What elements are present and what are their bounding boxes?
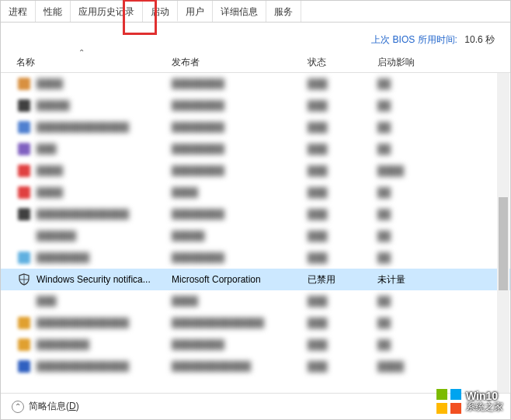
row-status: ███ (308, 231, 377, 241)
row-publisher: ████████ (172, 339, 308, 350)
app-icon (18, 295, 30, 307)
table-row[interactable]: ████████████ (1, 290, 510, 312)
row-status: ███ (308, 100, 377, 111)
row-publisher: Microsoft Corporation (172, 274, 308, 285)
table-row[interactable]: ███████████████████████████ (1, 116, 510, 138)
row-name: ██████████████ (36, 122, 172, 133)
row-name: ████████ (36, 339, 172, 350)
row-publisher: ████████ (172, 252, 308, 263)
app-icon (18, 143, 30, 155)
shield-icon (18, 273, 30, 286)
row-impact: ██ (377, 339, 455, 350)
app-icon (18, 338, 30, 351)
table-row[interactable]: █████████████████ (1, 73, 510, 95)
row-name: ███ (36, 144, 172, 154)
startup-list: ████████████████████████████████████████… (1, 73, 510, 393)
table-row[interactable]: █████████████████████████████████ (1, 312, 510, 334)
header-status[interactable]: 状态 (308, 56, 377, 69)
row-impact: ██ (377, 100, 455, 111)
win10-logo-icon (436, 389, 461, 414)
table-row[interactable]: ████████████████ (1, 138, 510, 160)
tab-details[interactable]: 详细信息 (213, 1, 266, 22)
row-status: ███ (308, 318, 377, 328)
row-publisher: █████ (172, 231, 308, 241)
bios-value: 10.6 秒 (464, 34, 495, 45)
footer-bar: ⌃ 简略信息(D) (1, 393, 510, 419)
bios-label: 上次 BIOS 所用时间: (371, 34, 457, 45)
table-row[interactable]: ████████████████ (1, 225, 510, 247)
header-impact[interactable]: 启动影响 (377, 56, 455, 69)
row-status: ███ (308, 339, 377, 350)
less-details-link[interactable]: 简略信息(D) (29, 400, 79, 413)
row-status: ███ (308, 78, 377, 89)
row-impact: ████ (377, 361, 455, 372)
app-icon (18, 165, 30, 177)
row-publisher: ████████ (172, 122, 308, 133)
table-row[interactable]: ███████████████████████████ (1, 203, 510, 225)
row-impact: ██ (377, 78, 455, 89)
row-impact: ██ (377, 144, 455, 154)
row-impact: ██ (377, 318, 455, 328)
row-status: ███ (308, 296, 377, 307)
table-row[interactable]: ██████████████████ (1, 95, 510, 116)
app-icon (18, 252, 30, 264)
table-row[interactable]: █████████████████████ (1, 247, 510, 269)
tab-app-history[interactable]: 应用历史记录 (71, 1, 143, 22)
row-name: ████████ (36, 252, 172, 263)
app-icon (18, 208, 30, 220)
table-row[interactable]: █████████████████████████████████ (1, 356, 510, 377)
vertical-scrollbar[interactable] (497, 73, 509, 393)
bios-time-row: 上次 BIOS 所用时间: 10.6 秒 (1, 23, 510, 53)
tab-startup[interactable]: 启动 (143, 1, 178, 22)
tab-bar: 进程 性能 应用历史记录 启动 用户 详细信息 服务 (1, 1, 510, 23)
app-icon (18, 360, 30, 373)
row-name: ████ (36, 165, 172, 176)
row-impact: ██ (377, 209, 455, 220)
row-status: 已禁用 (308, 273, 377, 286)
header-publisher[interactable]: 发布者 (172, 56, 308, 69)
row-name: ██████████████ (36, 361, 172, 372)
app-icon (18, 317, 30, 329)
row-status: ███ (308, 144, 377, 154)
row-publisher: ████████ (172, 209, 308, 220)
table-row-selected[interactable]: Windows Security notifica...Microsoft Co… (1, 269, 510, 290)
tab-users[interactable]: 用户 (178, 1, 213, 22)
row-name: ████ (36, 187, 172, 198)
tab-processes[interactable]: 进程 (1, 1, 36, 22)
row-impact: ██ (377, 122, 455, 133)
row-impact: ██ (377, 252, 455, 263)
task-manager-window: 进程 性能 应用历史记录 启动 用户 详细信息 服务 上次 BIOS 所用时间:… (0, 0, 511, 420)
row-name: ██████ (36, 231, 172, 241)
tab-performance[interactable]: 性能 (36, 1, 71, 22)
scrollbar-thumb[interactable] (499, 197, 508, 290)
app-icon (18, 121, 30, 134)
row-status: ███ (308, 122, 377, 133)
app-icon (18, 186, 30, 199)
row-impact: ██ (377, 187, 455, 198)
row-status: ███ (308, 187, 377, 198)
watermark: Win10 系统之家 (436, 389, 503, 414)
tab-services[interactable]: 服务 (266, 1, 301, 22)
row-name: █████ (36, 100, 172, 111)
watermark-text: Win10 系统之家 (466, 390, 503, 413)
row-name: ██████████████ (36, 318, 172, 328)
row-name: ███ (36, 296, 172, 307)
row-publisher: ████████ (172, 144, 308, 154)
row-publisher: ████████████ (172, 361, 308, 372)
row-impact: ██ (377, 296, 455, 307)
header-name[interactable]: 名称 (1, 56, 172, 69)
row-publisher: ████████ (172, 165, 308, 176)
table-row[interactable]: █████████████ (1, 182, 510, 203)
app-icon (18, 99, 30, 112)
chevron-up-icon[interactable]: ⌃ (12, 401, 24, 413)
row-publisher: ████ (172, 296, 308, 307)
app-icon (18, 230, 30, 242)
row-publisher: ██████████████ (172, 318, 308, 328)
row-impact: ██ (377, 231, 455, 241)
row-impact: ████ (377, 165, 455, 176)
table-row[interactable]: ███████████████████ (1, 160, 510, 182)
row-publisher: ████ (172, 187, 308, 198)
table-row[interactable]: █████████████████████ (1, 334, 510, 356)
app-icon (18, 78, 30, 90)
row-publisher: ████████ (172, 78, 308, 89)
